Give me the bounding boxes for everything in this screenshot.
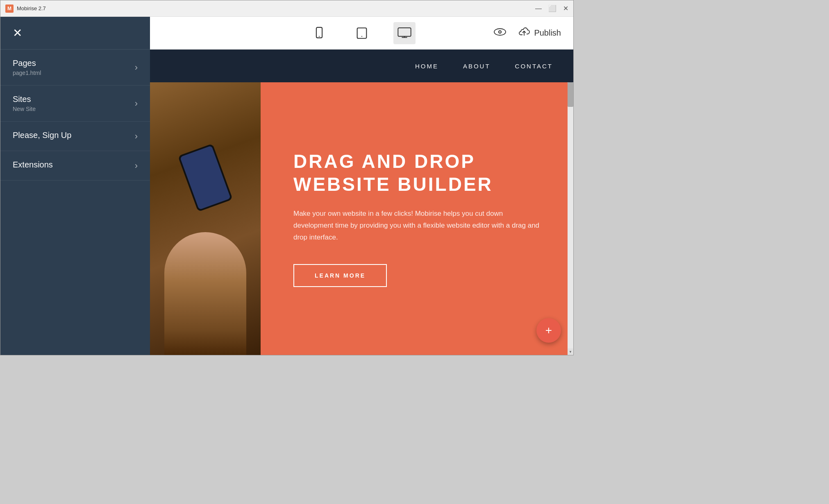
nav-about[interactable]: ABOUT (463, 63, 491, 70)
svg-point-9 (499, 31, 501, 33)
app-title: Mobirise 2.7 (17, 5, 535, 11)
sidebar: ✕ Pages page1.html › Sites New Site › (0, 17, 150, 355)
svg-rect-2 (357, 28, 366, 38)
preview-icon[interactable] (494, 27, 506, 39)
signup-label: Please, Sign Up (13, 131, 71, 140)
hero-title: DRAG AND DROP WEBSITE BUILDER (293, 150, 541, 195)
sidebar-close-icon[interactable]: ✕ (13, 26, 22, 40)
add-block-button[interactable]: + (536, 318, 561, 343)
svg-point-1 (318, 36, 319, 36)
svg-rect-4 (398, 27, 411, 36)
preview-area: HOME ABOUT CONTACT (150, 50, 573, 355)
app-icon: M (5, 5, 14, 13)
extensions-chevron-icon: › (135, 160, 138, 171)
scrollbar-thumb[interactable] (568, 82, 573, 107)
svg-point-3 (361, 36, 362, 36)
pages-sublabel: page1.html (13, 70, 41, 76)
title-bar: M Mobirise 2.7 — ⬜ ✕ (0, 0, 573, 17)
toolbar: Publish (150, 17, 573, 50)
right-panel: Publish HOME ABOUT CONTACT (150, 17, 573, 355)
publish-button[interactable]: Publish (518, 27, 561, 39)
pages-label: Pages (13, 59, 41, 68)
hero-image (150, 82, 261, 355)
signup-chevron-icon: › (135, 131, 138, 142)
maximize-button[interactable]: ⬜ (548, 5, 556, 12)
sidebar-item-pages[interactable]: Pages page1.html › (0, 50, 150, 86)
desktop-device-button[interactable] (393, 22, 416, 44)
minimize-button[interactable]: — (535, 5, 542, 12)
app-body: ✕ Pages page1.html › Sites New Site › (0, 17, 573, 355)
sidebar-close-area: ✕ (0, 17, 150, 50)
scrollbar-down-button[interactable]: ▼ (568, 348, 573, 355)
window-controls: — ⬜ ✕ (535, 5, 568, 12)
hero-description: Make your own website in a few clicks! M… (293, 208, 541, 244)
extensions-label: Extensions (13, 160, 53, 170)
sidebar-item-extensions[interactable]: Extensions › (0, 151, 150, 181)
app-window: M Mobirise 2.7 — ⬜ ✕ ✕ Pages page1.html … (0, 0, 574, 355)
sidebar-item-sites[interactable]: Sites New Site › (0, 86, 150, 122)
sites-chevron-icon: › (135, 98, 138, 109)
learn-more-button[interactable]: LEARN MORE (293, 264, 387, 287)
tablet-device-button[interactable] (351, 22, 373, 44)
scrollbar-track: ▲ ▼ (568, 82, 573, 355)
website-nav: HOME ABOUT CONTACT (150, 50, 573, 82)
sites-label: Sites (13, 95, 36, 104)
device-buttons (308, 22, 416, 44)
pages-chevron-icon: › (135, 62, 138, 73)
cloud-upload-icon (518, 27, 530, 39)
mobile-device-button[interactable] (308, 22, 330, 44)
hero-section: DRAG AND DROP WEBSITE BUILDER Make your … (150, 82, 573, 355)
nav-home[interactable]: HOME (415, 63, 438, 70)
sites-sublabel: New Site (13, 106, 36, 112)
hero-content: DRAG AND DROP WEBSITE BUILDER Make your … (261, 82, 573, 355)
sidebar-item-signup[interactable]: Please, Sign Up › (0, 122, 150, 151)
nav-contact[interactable]: CONTACT (515, 63, 553, 70)
publish-label: Publish (534, 28, 561, 38)
close-window-button[interactable]: ✕ (563, 5, 568, 12)
publish-area: Publish (494, 27, 561, 39)
